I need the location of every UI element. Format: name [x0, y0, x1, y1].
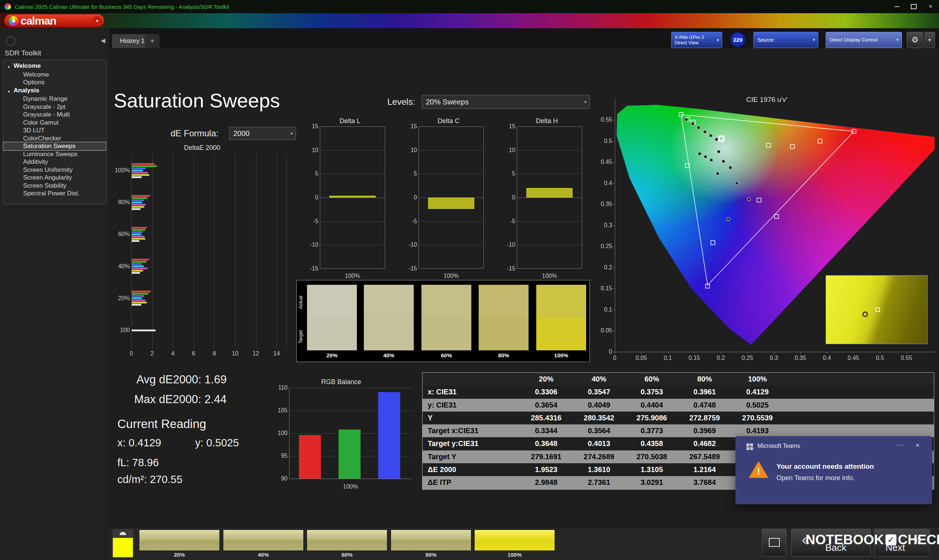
maximize-button[interactable]: [905, 0, 922, 13]
table-cell: 1.3105: [625, 463, 678, 476]
table-row-label: Y: [422, 412, 520, 425]
sidebar-item-color-gamut[interactable]: Color Gamut: [3, 119, 106, 127]
deltae-bar-chart: DeltaE 200002468101214100%80%60%40%20%10…: [117, 144, 288, 364]
sidebar-item-dynamic-range[interactable]: Dynamic Range: [3, 95, 106, 103]
settings-button[interactable]: ⚙: [907, 32, 923, 48]
pattern-level-label: 100%: [474, 552, 555, 558]
table-cell: 274.2689: [572, 451, 625, 463]
pattern-level-label: 20%: [139, 552, 220, 558]
chevron-down-icon: ▼: [584, 100, 587, 104]
avg-de2000: Avg dE2000: 1.69: [136, 373, 227, 386]
pattern-level-button-20[interactable]: [139, 529, 220, 551]
pattern-level-button-60[interactable]: [307, 529, 387, 551]
delta-h-chart: Delta H151050-5-10-15100%: [508, 117, 586, 289]
table-cell: 3.0291: [625, 476, 678, 489]
measurement-marker: [716, 172, 719, 175]
levels-select[interactable]: 20% Sweeps ▼: [422, 95, 590, 109]
cie-inset-zoom: [826, 275, 928, 344]
max-de2000: Max dE2000: 2.44: [134, 393, 227, 406]
sidebar-item-additivity[interactable]: Additivity: [3, 158, 106, 166]
swatch-actual: [364, 285, 414, 317]
rgb-balance-chart: RGB Balance1101051009590100%: [279, 378, 415, 488]
measurement-marker: [691, 122, 694, 125]
pattern-level-button-80[interactable]: [391, 529, 471, 551]
pattern-display-button[interactable]: [762, 529, 786, 557]
more-options-button[interactable]: ▼: [924, 32, 935, 48]
table-cell: 0.3654: [520, 399, 572, 412]
sidebar-item-spectral-power-dist[interactable]: Spectral Power Dist.: [3, 189, 106, 197]
sidebar-item-3d-lut[interactable]: 3D LUT: [3, 126, 106, 134]
deltae-bar: [132, 293, 148, 295]
deltae-bar: [132, 299, 145, 301]
deltae-bar: [132, 168, 146, 169]
sidebar-item-colorchecker[interactable]: ColorChecker: [3, 134, 106, 143]
source-dropdown[interactable]: Source ▼: [753, 32, 818, 48]
table-header-cell: [422, 373, 520, 386]
sidebar-group-welcome[interactable]: ▴Welcome: [3, 62, 106, 71]
swatch-target: [364, 317, 414, 350]
sidebar-item-screen-stability[interactable]: Screen Stability: [3, 182, 106, 190]
dome-icon: [120, 532, 126, 535]
sidebar-item-screen-uniformity[interactable]: Screen Uniformity: [3, 166, 106, 174]
calman-burst-icon: [9, 16, 19, 26]
table-cell: 0.3547: [572, 386, 625, 398]
more-menu-button[interactable]: ···: [896, 440, 904, 449]
deltae-bar: [132, 208, 140, 210]
meter-dropdown[interactable]: X-Rite i1Pro 2 Direct View ▼: [671, 32, 722, 48]
measurement-marker: [715, 138, 718, 141]
minimize-button[interactable]: [888, 0, 905, 13]
current-pattern-swatch: [113, 538, 133, 557]
notification-close-button[interactable]: ×: [916, 441, 920, 449]
table-cell: 0.5025: [731, 399, 784, 412]
minimize-icon: [894, 6, 899, 7]
sidebar-collapse-button[interactable]: ◀: [101, 37, 105, 44]
deltae-bar: [132, 302, 147, 303]
measurement-marker: [685, 118, 688, 121]
table-row-label: y: CIE31: [422, 399, 520, 412]
table-cell: 0.4129: [731, 386, 784, 398]
measurement-marker: [709, 134, 712, 137]
pattern-level-button-100[interactable]: [474, 529, 555, 551]
sidebar-item-welcome[interactable]: Welcome: [3, 71, 106, 79]
measurement-marker: [722, 160, 725, 163]
deltae-bar: [132, 268, 148, 269]
title-bar: Calman 2025 Calman Ultimate for Business…: [0, 0, 939, 13]
close-button[interactable]: ×: [922, 0, 939, 13]
deltae-bar: [132, 297, 142, 299]
rgb-bar-blue: [378, 392, 400, 478]
swatch-target: [536, 317, 586, 350]
pattern-window-button[interactable]: [113, 529, 133, 537]
add-tab-button[interactable]: +: [145, 34, 160, 48]
table-cell: 0.4404: [625, 399, 678, 412]
sidebar-item-screen-angularity[interactable]: Screen Angularity: [3, 174, 106, 182]
notification-title: Your account needs attention: [777, 463, 874, 471]
table-cell: 0.4682: [678, 437, 731, 450]
chevron-down-icon: ▼: [928, 38, 932, 42]
swatch-level-label: 20%: [307, 352, 357, 358]
meter-line1: X-Rite i1Pro 2: [675, 34, 715, 40]
sidebar-help-icon[interactable]: [6, 36, 15, 46]
notification-body: Open Teams for more info.: [777, 474, 855, 482]
delta-bar: [526, 188, 572, 197]
display-control-dropdown[interactable]: Direct Display Control ▼: [826, 32, 902, 48]
sidebar-item-grayscale-2pt[interactable]: Grayscale - 2pt: [3, 103, 106, 111]
table-cell: 0.3564: [572, 425, 625, 437]
deltae-bar: [132, 240, 139, 242]
deltae-bar: [132, 163, 154, 165]
sidebar-item-luminance-sweeps[interactable]: Luminance Sweeps: [3, 150, 106, 158]
sidebar-item-options[interactable]: Options: [3, 78, 106, 86]
sidebar-group-analysis[interactable]: ▴Analysis: [3, 86, 106, 95]
measurement-marker: [727, 217, 730, 221]
logo-dropdown-button[interactable]: ▼: [93, 16, 102, 26]
sidebar-item-saturation-sweeps[interactable]: Saturation Sweeps: [3, 142, 106, 150]
window-title: Calman 2025 Calman Ultimate for Business…: [15, 4, 229, 10]
de-formula-select[interactable]: 2000 ▼: [229, 127, 296, 140]
de-formula-label: dE Formula:: [171, 128, 219, 138]
sidebar-item-grayscale-multi[interactable]: Grayscale - Multi: [3, 111, 106, 119]
table-cell: 0.4013: [572, 437, 625, 450]
table-cell: 279.1691: [520, 451, 572, 463]
warning-icon: !: [748, 460, 769, 478]
pattern-level-button-40[interactable]: [223, 529, 304, 551]
maximize-icon: [911, 4, 917, 9]
inset-target-marker: [876, 308, 880, 312]
